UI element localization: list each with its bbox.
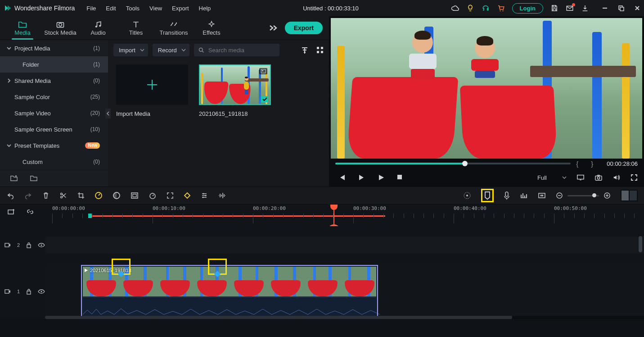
menu-help[interactable]: Help [199, 5, 211, 12]
download-icon[interactable] [581, 4, 589, 12]
zoom-in-icon[interactable] [603, 192, 611, 199]
track-lane-2[interactable] [45, 237, 644, 253]
export-button[interactable]: Export [285, 22, 323, 34]
sidebar-item-count: (1) [93, 61, 100, 68]
undo-icon[interactable] [6, 192, 14, 199]
timeline-toolbar [0, 187, 644, 205]
sidebar-item-sample-color[interactable]: Sample Color (25) [0, 89, 108, 105]
work-area-start-flag[interactable] [88, 214, 92, 218]
delete-icon[interactable] [42, 192, 50, 199]
tab-transitions[interactable]: Transitions [155, 16, 193, 40]
record-dropdown[interactable]: Record [153, 44, 189, 56]
sidebar-item-custom[interactable]: Custom (0) [0, 154, 108, 170]
zoom-out-icon[interactable] [556, 192, 563, 199]
menu-tools[interactable]: Tools [126, 5, 140, 12]
media-clip-tile[interactable]: 20210615_191818 [199, 64, 271, 117]
marker-icon[interactable] [483, 191, 491, 200]
clip-type-badge-icon [259, 68, 267, 74]
search-input[interactable] [207, 46, 275, 54]
speed-icon[interactable] [95, 191, 103, 200]
sidebar-item-label: Folder [23, 61, 93, 68]
audio-waveform-icon[interactable] [218, 192, 226, 199]
preview-quality-dropdown[interactable]: Full [537, 174, 567, 181]
close-icon[interactable] [634, 5, 640, 11]
stop-icon[interactable] [396, 174, 403, 180]
search-media[interactable] [194, 44, 279, 56]
keyframe-icon[interactable] [184, 192, 191, 199]
lock-icon[interactable] [26, 288, 32, 295]
redo-icon[interactable] [24, 192, 32, 199]
volume-icon[interactable] [612, 174, 621, 181]
cloud-icon[interactable] [451, 4, 459, 12]
sidebar-item-project-media[interactable]: Project Media (1) [0, 40, 108, 56]
timeline-vertical-scrollbar[interactable] [639, 236, 642, 252]
filter-icon[interactable] [301, 46, 308, 54]
sidebar-item-label: Shared Media [14, 77, 93, 84]
track-area[interactable]: 20210615_191818 [45, 226, 644, 319]
lock-icon[interactable] [26, 242, 32, 248]
menu-export[interactable]: Export [172, 5, 189, 12]
audio-mixer-icon[interactable] [520, 192, 528, 199]
timeline-horizontal-scrollbar[interactable] [45, 316, 644, 319]
messages-button[interactable] [566, 4, 574, 12]
collapse-sidebar-button[interactable] [105, 109, 111, 118]
import-dropdown[interactable]: Import [113, 44, 148, 56]
fit-timeline-icon[interactable] [538, 192, 546, 199]
green-screen-icon[interactable] [131, 192, 139, 199]
snapshot-icon[interactable] [594, 174, 603, 181]
eye-icon[interactable] [38, 289, 45, 294]
voiceover-icon[interactable] [504, 191, 510, 200]
import-media-tile[interactable]: Import Media [116, 64, 188, 117]
fullscreen-icon[interactable] [630, 174, 638, 181]
preview-video[interactable] [331, 18, 642, 159]
step-forward-icon[interactable] [358, 174, 366, 181]
headset-icon[interactable] [482, 4, 490, 12]
tab-stock-media[interactable]: Stock Media [41, 16, 79, 40]
split-icon[interactable] [59, 192, 68, 199]
track-header-1[interactable]: 1 [0, 264, 45, 319]
display-icon[interactable] [576, 174, 585, 181]
tab-audio[interactable]: Audio [79, 16, 117, 40]
tab-effects[interactable]: Effects [193, 16, 230, 40]
more-tabs-icon[interactable] [269, 24, 279, 32]
minimize-icon[interactable] [602, 5, 608, 11]
speedometer-icon[interactable] [149, 191, 157, 200]
play-icon[interactable] [378, 174, 385, 181]
eye-icon[interactable] [38, 242, 45, 248]
color-icon[interactable] [113, 191, 121, 200]
timeline-horizontal-scrollbar-thumb[interactable] [45, 316, 512, 319]
link-icon[interactable] [26, 208, 34, 215]
track-header-2[interactable]: 2 [0, 237, 45, 253]
menu-view[interactable]: View [149, 5, 162, 12]
menu-edit[interactable]: Edit [106, 5, 116, 12]
grid-view-icon[interactable] [316, 46, 324, 54]
maximize-icon[interactable] [618, 5, 624, 11]
menu-file[interactable]: File [86, 5, 96, 12]
zoom-slider[interactable] [567, 195, 599, 196]
sidebar-item-count: (0) [93, 159, 100, 165]
track-manager-icon[interactable] [621, 190, 638, 201]
save-icon[interactable] [550, 4, 558, 12]
tab-titles[interactable]: Titles [117, 16, 155, 40]
sidebar-item-folder[interactable]: Folder (1) [0, 56, 108, 73]
sidebar-item-sample-green-screen[interactable]: Sample Green Screen (10) [0, 121, 108, 137]
render-preview-icon[interactable] [463, 191, 471, 200]
marker-braces[interactable]: { } [576, 160, 599, 168]
login-button[interactable]: Login [512, 3, 543, 14]
tab-media[interactable]: Media [4, 16, 41, 40]
crop-icon[interactable] [77, 192, 85, 199]
cart-icon[interactable] [497, 4, 505, 12]
sidebar-item-preset-templates[interactable]: Preset Templates New [0, 137, 108, 154]
lightbulb-icon[interactable] [466, 4, 474, 12]
fit-icon[interactable] [167, 192, 174, 199]
sliders-icon[interactable] [201, 192, 208, 199]
sidebar-item-shared-media[interactable]: Shared Media (0) [0, 73, 108, 89]
document-title: Untitled : 00:00:33:10 [213, 5, 448, 12]
new-folder-icon[interactable] [10, 175, 18, 182]
ruler-track[interactable]: 00:00:00:00 00:00:10:00 00:00:20:00 00:0… [52, 205, 644, 226]
step-back-icon[interactable] [338, 174, 346, 181]
sidebar-item-sample-video[interactable]: Sample Video (20) [0, 105, 108, 121]
folder-icon[interactable] [30, 175, 38, 182]
add-track-icon[interactable] [7, 208, 15, 215]
preview-scrubber[interactable] [335, 163, 571, 164]
